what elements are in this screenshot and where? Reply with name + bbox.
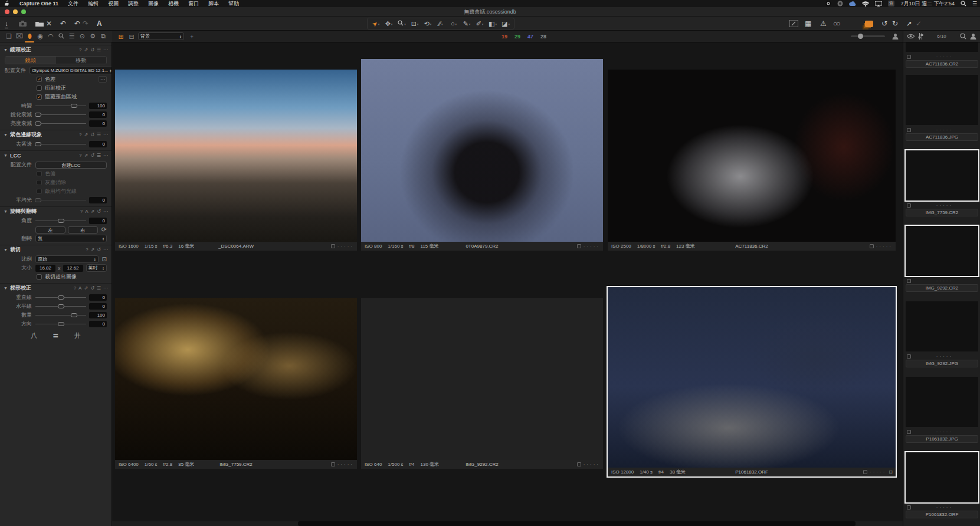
dust-removal-checkbox[interactable] [37,180,42,185]
keystone-amount-value[interactable]: 100 [89,312,107,318]
reset-icon[interactable]: ↺ [97,209,101,214]
browser-toggle-icon[interactable] [865,18,873,29]
preset-menu-icon[interactable]: ☰ [97,153,101,158]
grid-cell-ac711836[interactable]: ISO 25001/8000 sf/2.8123 毫米 AC711836.CR2… [608,70,896,251]
count-gray[interactable]: 28 [540,34,546,40]
keystone-horizontal-value[interactable]: 0 [89,303,107,310]
filmstrip-item[interactable]: ····· AC711836.JPG [906,126,978,143]
reset-icon[interactable]: ↺ [90,47,94,52]
section-rotation-flip[interactable]: ▼ 旋轉與翻轉 ? A ⇗ ↺ ⋯ [0,206,112,216]
collapse-caret-icon[interactable]: ▼ [4,248,8,252]
grid-cell-0t0a9879[interactable]: ISO 8001/160 sf/8115 毫米 0T0A9879.CR2 ···… [361,59,603,251]
select-checkbox[interactable] [907,279,911,283]
count-green[interactable]: 29 [514,34,520,40]
eye-icon[interactable] [907,34,915,39]
more-icon[interactable]: ⋯ [103,209,108,214]
tab-exposure-icon[interactable]: ◠ [46,32,55,40]
filmstrip-thumb-ac711836-cr2[interactable] [906,42,978,52]
menu-app-name[interactable]: Capture One 11 [15,1,63,6]
rating-dots[interactable]: ····· [911,54,978,60]
filmstrip-thumb-img9292-jpg[interactable] [906,301,978,351]
text-annotation-icon[interactable]: A [97,18,102,29]
photo-martial-arts[interactable] [608,70,896,242]
keystone-aspect-value[interactable]: 0 [89,321,107,327]
auto-adjust-icon[interactable]: A [78,285,81,291]
rating-dots[interactable]: ····· [911,429,978,435]
keystone-aspect-slider[interactable] [35,321,86,327]
filters-icon[interactable] [918,33,923,40]
filmstrip-item[interactable]: ····· IMG_7759.CR2 [906,202,978,218]
help-icon[interactable]: ? [79,132,81,137]
crop-unit-dropdown[interactable]: 英吋 ▲▼ [86,264,107,272]
defringe-slider[interactable] [35,142,86,147]
uniform-light-slider[interactable] [35,198,86,203]
rating-dots[interactable]: ····· [876,244,893,249]
apply-check-icon[interactable]: ✓ [916,18,922,29]
tab-color-icon[interactable]: ◉ [35,32,45,40]
light-falloff-slider[interactable] [35,121,86,126]
section-lcc[interactable]: ▼ LCC ? ⇗ ↺ ☰ ⋯ [0,150,112,160]
menu-item-camera[interactable]: 相機 [163,0,183,8]
reset-icon[interactable]: ↺ [90,132,94,137]
capture-camera-icon[interactable] [19,18,27,29]
user-sort-icon[interactable] [970,33,976,40]
copy-adjustment-icon[interactable]: ⇗ [84,132,88,137]
color-cast-checkbox[interactable] [37,171,42,176]
menu-item-file[interactable]: 文件 [63,0,83,8]
keystone-full-icon[interactable]: 井 [74,331,81,340]
status-swirl-icon[interactable] [834,1,846,6]
angle-slider[interactable] [35,218,86,223]
pan-tool[interactable]: ✥▾ [382,20,395,28]
uniform-light-checkbox[interactable] [37,189,42,194]
import-images-icon[interactable]: ↓ [5,18,8,29]
crop-height-field[interactable]: 12.62 [63,265,83,272]
grid-cell-img9292[interactable]: ISO 6401/500 sf/4130 毫米 IMG_9292.CR2 ···… [361,298,603,469]
diffraction-correction-checkbox[interactable] [37,86,42,91]
select-checkbox[interactable] [863,470,867,474]
preset-menu-icon[interactable]: ☰ [97,285,101,291]
menu-item-image[interactable]: 圖像 [143,0,163,8]
keystone-horizontal-slider[interactable] [35,304,86,309]
section-keystone[interactable]: ▼ 梯形校正 ? A ⇗ ↺ ☰ ⋯ [0,283,112,292]
crop-tool-icon[interactable]: ⊡ [102,256,107,262]
sharpness-falloff-slider[interactable] [35,112,86,117]
more-icon[interactable]: ⋯ [103,47,108,52]
defringe-value[interactable]: 0 [89,141,107,147]
section-purple-fringing[interactable]: ▼ 紫色邊緣現象 ? ⇗ ↺ ☰ ⋯ [0,130,112,139]
tab-library-icon[interactable]: ❏ [4,32,14,40]
browser-scrollbar[interactable] [298,521,856,526]
thumbnail-size-slider-thumb[interactable] [858,34,863,39]
keystone-amount-slider[interactable] [35,313,86,318]
select-arrow-tool[interactable]: ➤▾ [369,20,382,28]
copy-adjustment-icon[interactable]: ⇗ [84,285,88,291]
redo-icon[interactable]: ↷ [83,18,89,29]
count-blue[interactable]: 47 [527,34,533,40]
sort-user-icon[interactable] [892,33,899,40]
help-icon[interactable]: ? [86,247,88,252]
reset-icon[interactable]: ↺ [90,153,94,158]
copy-adjustment-icon[interactable]: ⇗ [91,209,95,214]
tab-adjustments-icon[interactable]: ☰ [67,32,77,40]
hide-distorted-areas-checkbox[interactable]: ✓ [37,94,42,100]
photo-night-temple-girl[interactable] [608,287,896,468]
count-red[interactable]: 19 [502,34,507,40]
edit-album-icon[interactable] [35,18,44,29]
photo-dancer-sunset[interactable] [361,298,603,460]
menu-item-script[interactable]: 腳本 [204,0,224,8]
grid-overlay-icon[interactable]: ▦ [805,18,811,29]
more-icon[interactable]: ⋯ [103,132,108,137]
crop-ratio-dropdown[interactable]: 原始 ▲▼ [35,255,99,263]
filmstrip-item[interactable]: ····· P1061832.ORF [906,504,978,520]
edit-preview-icon[interactable] [789,18,798,29]
gradient-mask-tool[interactable]: ◪▾ [499,20,512,28]
select-checkbox[interactable] [907,203,911,208]
rotate-right-button[interactable]: 右 [68,226,98,234]
keystone-tool[interactable]: ∕∕▾ [434,20,447,27]
analyze-button[interactable]: ⋯ [99,76,107,83]
tab-output-icon[interactable]: ⧉ [99,32,108,40]
angle-value[interactable]: 0 [89,218,107,224]
keystone-vertical-icon[interactable]: 八 [31,331,37,340]
filmstrip-thumb-img9292-cr2[interactable] [906,226,978,276]
rating-dots[interactable]: ····· [911,127,978,133]
copy-adjustment-icon[interactable]: ⇗ [91,247,95,252]
